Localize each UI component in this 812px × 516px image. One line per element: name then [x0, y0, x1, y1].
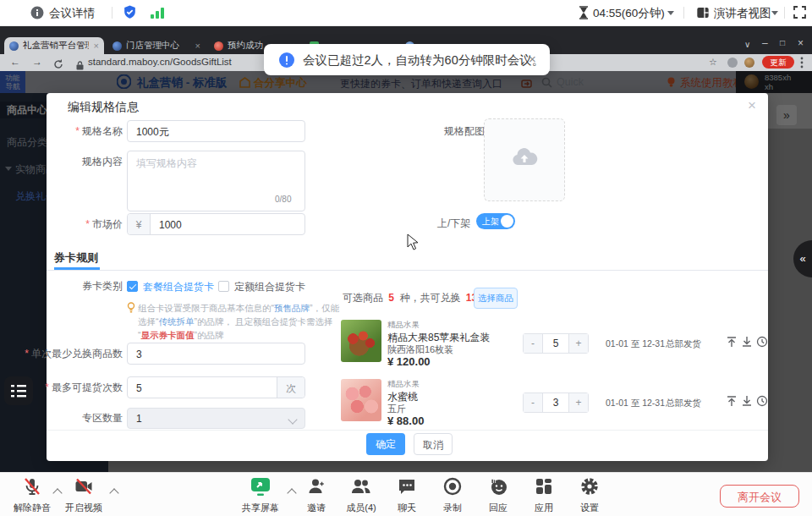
- meeting-timer[interactable]: 04:55(60分钟): [593, 6, 665, 21]
- date-range: 01-01 至 12-31: [606, 338, 665, 350]
- tab-close-icon[interactable]: ×: [89, 41, 99, 51]
- zone-count-select[interactable]: 1: [127, 408, 305, 429]
- window-minimize-icon[interactable]: –: [762, 37, 768, 49]
- members-button[interactable]: 成员(4): [336, 476, 387, 514]
- apps-button[interactable]: 应用: [518, 476, 569, 514]
- minus-button[interactable]: -: [524, 334, 542, 353]
- unmute-button[interactable]: 解除静音: [7, 476, 58, 514]
- start-video-button[interactable]: 开启视频: [58, 476, 109, 514]
- divider: [47, 430, 768, 431]
- share-screen-button[interactable]: 共享屏幕: [235, 476, 286, 514]
- security-shield-icon[interactable]: [122, 4, 138, 24]
- signal-strength-icon[interactable]: [151, 7, 166, 22]
- max-pick-input[interactable]: 5 次: [127, 376, 305, 398]
- quantity-value[interactable]: 5: [542, 334, 569, 353]
- quantity-value[interactable]: 3: [542, 393, 569, 412]
- char-counter: 0/80: [275, 195, 291, 204]
- clock-icon[interactable]: [756, 395, 768, 407]
- spec-name-input[interactable]: 1000元: [127, 120, 305, 142]
- tab-close-icon[interactable]: ×: [190, 41, 200, 51]
- forward-icon[interactable]: →: [32, 56, 42, 68]
- mouse-cursor: [407, 233, 419, 250]
- toggle-knob: [501, 215, 513, 228]
- view-mode-label[interactable]: 演讲者视图: [714, 6, 771, 21]
- shelf-label: 上/下架: [437, 217, 470, 231]
- leave-meeting-button[interactable]: 离开会议: [720, 485, 799, 508]
- select-goods-button[interactable]: 选择商品: [474, 288, 518, 309]
- screen: 会议详情 04:55(60分钟) 演讲者视图 礼盒营销平台管理中心 ×: [0, 0, 812, 516]
- tab-search-icon[interactable]: ∨: [744, 40, 750, 49]
- back-icon[interactable]: ←: [10, 56, 20, 68]
- checkbox-combo-card-label[interactable]: 套餐组合提货卡: [143, 280, 214, 294]
- url-text[interactable]: standard.maboy.cn/GoodsGiftList: [88, 57, 232, 67]
- min-exchange-input[interactable]: 3: [127, 343, 305, 365]
- floating-list-button[interactable]: [4, 376, 33, 405]
- edit-spec-modal: 编辑规格信息 × *规格名称 1000元 规格内容 填写规格内容 0/80 *市…: [47, 93, 768, 461]
- site-favicon: [9, 41, 19, 51]
- view-caret-icon[interactable]: [771, 11, 778, 15]
- product-price: ¥ 120.00: [387, 355, 431, 368]
- ship-origin: 总部发货: [666, 338, 701, 350]
- chat-button[interactable]: 聊天: [381, 476, 432, 514]
- unit-suffix: 次: [277, 377, 304, 398]
- move-bottom-icon[interactable]: [741, 395, 753, 407]
- window-maximize-icon[interactable]: □: [780, 38, 785, 47]
- reaction-button[interactable]: 回应: [473, 476, 524, 514]
- info-icon[interactable]: [30, 6, 44, 23]
- browser-tab-gift-admin[interactable]: 礼盒营销平台管理中心 ×: [4, 37, 104, 54]
- market-price-input[interactable]: ¥ 1000: [127, 213, 305, 235]
- window-close-icon[interactable]: ×: [798, 37, 804, 49]
- plus-button[interactable]: +: [569, 334, 588, 353]
- checkbox-combo-card[interactable]: [127, 281, 138, 292]
- plus-button[interactable]: +: [569, 393, 588, 412]
- move-top-icon[interactable]: [726, 336, 738, 348]
- product-tag: 精品水果: [387, 320, 420, 331]
- date-range: 01-01 至 12-31: [606, 398, 665, 409]
- chevron-down-icon: [288, 414, 297, 424]
- divider: [683, 7, 684, 19]
- confirm-button[interactable]: 确定: [366, 433, 405, 455]
- browser-profile-avatar[interactable]: [744, 58, 754, 68]
- video-options-chevron-icon[interactable]: [109, 488, 118, 497]
- move-top-icon[interactable]: [726, 395, 738, 407]
- shelf-toggle[interactable]: 上架: [476, 213, 515, 229]
- hourglass-icon: [578, 6, 590, 23]
- browser-tab-store-admin[interactable]: 门店管理中心 ×: [107, 37, 206, 54]
- quantity-stepper: - 5 +: [523, 333, 589, 354]
- settings-button[interactable]: 设置: [564, 476, 615, 514]
- toast-info-icon: [279, 52, 294, 71]
- meeting-toolbar: 解除静音 开启视频 共享屏幕 邀请 成员(4) 聊天 录制: [0, 472, 812, 516]
- tab-card-rules[interactable]: 券卡规则: [54, 250, 98, 266]
- view-layout-icon[interactable]: [696, 6, 710, 23]
- clock-icon[interactable]: [756, 336, 768, 348]
- checkbox-fixed-card-label[interactable]: 定额组合提货卡: [234, 280, 305, 294]
- meeting-details-label[interactable]: 会议详情: [49, 6, 95, 21]
- browser-update-badge[interactable]: 更新: [762, 56, 794, 69]
- checkbox-fixed-card[interactable]: [218, 281, 229, 292]
- image-upload-box[interactable]: [484, 118, 565, 201]
- invite-button[interactable]: 邀请: [291, 476, 342, 514]
- market-price-label: *市场价: [85, 213, 123, 235]
- modal-close-icon[interactable]: ×: [748, 97, 756, 114]
- product-subtitle: 五斤: [387, 403, 406, 415]
- min-exchange-label: *单次最少兑换商品数: [25, 343, 123, 365]
- product-subtitle: 陕西洛阳16枚装: [387, 343, 453, 356]
- move-bottom-icon[interactable]: [741, 336, 753, 348]
- product-tag: 精品水果: [387, 379, 420, 390]
- fullscreen-icon[interactable]: [793, 6, 806, 22]
- max-pick-label: *最多可提货次数: [45, 376, 123, 398]
- record-button[interactable]: 录制: [427, 476, 478, 514]
- bookmark-star-icon[interactable]: ☆: [709, 57, 717, 68]
- minus-button[interactable]: -: [524, 393, 542, 412]
- selectable-count: 5: [388, 292, 394, 304]
- spec-content-label: 规格内容: [82, 151, 123, 173]
- browser-menu-icon[interactable]: [800, 57, 804, 72]
- timer-caret-icon[interactable]: [667, 11, 674, 15]
- cancel-button[interactable]: 取消: [414, 433, 453, 455]
- divider: [47, 270, 768, 271]
- quantity-stepper: - 3 +: [523, 392, 589, 413]
- toast-close-icon[interactable]: ×: [529, 52, 536, 66]
- site-favicon: [214, 41, 223, 51]
- spec-name-label: *规格名称: [75, 120, 123, 142]
- extension-icon[interactable]: [727, 58, 738, 68]
